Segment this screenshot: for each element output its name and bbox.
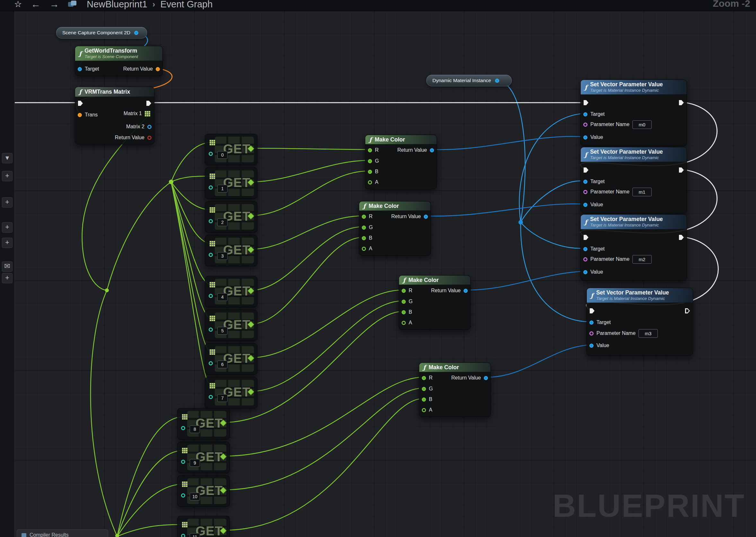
mail-icon-button[interactable]: ✉ bbox=[2, 262, 13, 272]
array-input-pin[interactable] bbox=[182, 481, 184, 483]
favorite-icon[interactable]: ☆ bbox=[14, 0, 22, 9]
index-input-pin[interactable] bbox=[209, 219, 213, 223]
exec-input-pin[interactable] bbox=[78, 101, 83, 106]
index-value[interactable]: 3 bbox=[217, 252, 228, 260]
parameter-name-field[interactable]: m2 bbox=[632, 255, 652, 264]
target-input-pin[interactable] bbox=[583, 247, 588, 251]
add-button[interactable]: + bbox=[2, 222, 13, 232]
index-input-pin[interactable] bbox=[209, 294, 213, 298]
index-value[interactable]: 7 bbox=[217, 394, 228, 402]
object-output-pin[interactable] bbox=[495, 79, 499, 83]
index-value[interactable]: 0 bbox=[217, 151, 228, 159]
node-set-vector-parameter[interactable]: ƒ Set Vector Parameter Value Target is M… bbox=[580, 214, 687, 281]
index-input-pin[interactable] bbox=[181, 426, 185, 430]
parameter-name-input-pin[interactable] bbox=[583, 190, 588, 194]
index-input-pin[interactable] bbox=[209, 395, 213, 399]
node-get-world-transform[interactable]: ƒ GetWorldTransform Target is Scene Comp… bbox=[75, 46, 163, 76]
array-input-pin[interactable] bbox=[210, 241, 211, 242]
add-button[interactable]: + bbox=[2, 273, 13, 283]
value-input-pin[interactable] bbox=[583, 203, 588, 207]
a-input-pin[interactable] bbox=[422, 408, 426, 412]
object-output-pin[interactable] bbox=[134, 31, 138, 35]
index-input-pin[interactable] bbox=[209, 361, 213, 365]
index-value[interactable]: 8 bbox=[190, 425, 200, 433]
add-button[interactable]: + bbox=[2, 238, 13, 248]
value-input-pin[interactable] bbox=[583, 135, 588, 140]
forward-icon[interactable]: → bbox=[49, 0, 59, 9]
dropdown-button[interactable]: ▾ bbox=[2, 153, 13, 163]
array-input-pin[interactable] bbox=[182, 448, 184, 449]
matrix1-array-output-pin[interactable] bbox=[145, 111, 146, 113]
node-set-vector-parameter[interactable]: ƒ Set Vector Parameter Value Target is M… bbox=[580, 80, 687, 146]
r-input-pin[interactable] bbox=[362, 215, 366, 219]
g-input-pin[interactable] bbox=[368, 159, 372, 163]
exec-input-pin[interactable] bbox=[584, 235, 589, 240]
node-make-color[interactable]: ƒ Make Color R G B A Return Value bbox=[399, 275, 470, 330]
index-input-pin[interactable] bbox=[209, 328, 213, 332]
array-get-node[interactable]: GET 3 bbox=[205, 235, 257, 266]
array-input-pin[interactable] bbox=[210, 282, 211, 284]
return-value-output-pin[interactable] bbox=[147, 136, 152, 140]
array-get-node[interactable]: GET 4 bbox=[205, 276, 257, 307]
index-value[interactable]: 11 bbox=[190, 533, 200, 537]
array-get-node[interactable]: GET 0 bbox=[205, 134, 257, 165]
array-input-pin[interactable] bbox=[210, 383, 211, 385]
back-icon[interactable]: ← bbox=[31, 0, 40, 9]
node-set-vector-parameter[interactable]: ƒ Set Vector Parameter Value Target is M… bbox=[580, 147, 687, 213]
exec-output-pin[interactable] bbox=[679, 167, 684, 173]
parameter-name-field[interactable]: m1 bbox=[632, 188, 652, 196]
exec-input-pin[interactable] bbox=[590, 308, 595, 313]
exec-input-pin[interactable] bbox=[584, 167, 589, 173]
breadcrumb-root[interactable]: NewBlueprint1 bbox=[87, 0, 147, 10]
parameter-name-input-pin[interactable] bbox=[583, 257, 588, 262]
index-value[interactable]: 4 bbox=[217, 293, 228, 301]
array-get-node[interactable]: GET 1 bbox=[205, 167, 257, 199]
index-value[interactable]: 5 bbox=[217, 327, 228, 335]
g-input-pin[interactable] bbox=[402, 300, 406, 304]
array-input-pin[interactable] bbox=[210, 140, 211, 142]
a-input-pin[interactable] bbox=[362, 247, 366, 251]
index-input-pin[interactable] bbox=[209, 152, 213, 156]
matrix2-output-pin[interactable] bbox=[147, 125, 152, 129]
variable-node-dynamic-material[interactable]: Dynamic Material Instance bbox=[426, 75, 512, 86]
exec-output-pin[interactable] bbox=[679, 235, 684, 240]
array-input-pin[interactable] bbox=[210, 316, 211, 317]
return-value-output-pin[interactable] bbox=[464, 289, 468, 293]
r-input-pin[interactable] bbox=[422, 376, 426, 380]
a-input-pin[interactable] bbox=[368, 180, 372, 185]
return-value-output-pin[interactable] bbox=[156, 67, 160, 71]
index-value[interactable]: 9 bbox=[190, 459, 200, 467]
return-value-output-pin[interactable] bbox=[424, 215, 428, 219]
array-get-node[interactable]: GET 9 bbox=[177, 442, 230, 473]
b-input-pin[interactable] bbox=[422, 397, 426, 402]
exec-output-pin[interactable] bbox=[146, 101, 151, 106]
array-get-node[interactable]: GET 8 bbox=[177, 408, 230, 439]
r-input-pin[interactable] bbox=[368, 148, 372, 152]
target-input-pin[interactable] bbox=[589, 320, 594, 325]
parameter-name-input-pin[interactable] bbox=[589, 331, 594, 336]
return-value-output-pin[interactable] bbox=[430, 148, 434, 152]
index-input-pin[interactable] bbox=[181, 534, 185, 537]
target-input-pin[interactable] bbox=[583, 112, 588, 116]
exec-input-pin[interactable] bbox=[584, 100, 589, 105]
array-input-pin[interactable] bbox=[210, 207, 211, 209]
index-value[interactable]: 2 bbox=[217, 219, 228, 226]
index-value[interactable]: 6 bbox=[217, 360, 228, 368]
index-value[interactable]: 10 bbox=[190, 493, 200, 500]
a-input-pin[interactable] bbox=[402, 321, 406, 325]
add-button[interactable]: + bbox=[2, 171, 13, 181]
array-input-pin[interactable] bbox=[210, 174, 211, 175]
return-value-output-pin[interactable] bbox=[484, 376, 488, 380]
array-get-node[interactable]: GET 10 bbox=[177, 475, 230, 507]
array-input-pin[interactable] bbox=[210, 349, 211, 351]
node-make-color[interactable]: ƒ Make Color R G B A Return Value bbox=[365, 135, 437, 189]
compiler-results-tab[interactable]: Compiler Results bbox=[17, 529, 108, 537]
breadcrumb-current[interactable]: Event Graph bbox=[160, 0, 213, 10]
node-set-vector-parameter[interactable]: ƒ Set Vector Parameter Value Target is M… bbox=[587, 288, 693, 356]
b-input-pin[interactable] bbox=[402, 310, 406, 314]
array-input-pin[interactable] bbox=[182, 414, 184, 416]
array-get-node[interactable]: GET 11 bbox=[177, 516, 230, 537]
r-input-pin[interactable] bbox=[402, 289, 406, 293]
index-input-pin[interactable] bbox=[209, 186, 213, 189]
value-input-pin[interactable] bbox=[583, 270, 588, 274]
